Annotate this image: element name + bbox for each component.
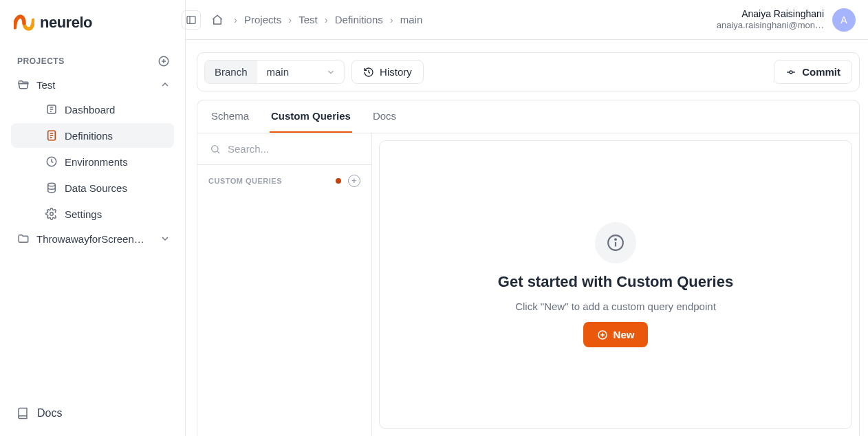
project-item-throwaway[interactable]: ThrowawayforScreen… bbox=[0, 227, 185, 250]
tabstrip: Schema Custom Queries Docs bbox=[197, 100, 859, 133]
project-name: Test bbox=[36, 79, 56, 91]
docs-link[interactable]: Docs bbox=[0, 397, 185, 429]
empty-subtitle: Click "New" to add a custom query endpoi… bbox=[515, 301, 716, 312]
dashboard-icon bbox=[45, 103, 58, 116]
status-dot-icon bbox=[336, 178, 341, 184]
breadcrumb-definitions[interactable]: Definitions bbox=[335, 14, 383, 25]
chevron-down-icon bbox=[326, 67, 336, 77]
nav-label: Settings bbox=[65, 208, 102, 220]
new-query-button[interactable]: New bbox=[583, 322, 649, 347]
chevron-right-icon: › bbox=[390, 14, 393, 25]
commit-button[interactable]: Commit bbox=[774, 60, 852, 84]
nav-settings[interactable]: Settings bbox=[11, 201, 174, 226]
home-button[interactable] bbox=[209, 12, 226, 28]
custom-queries-label: CUSTOM QUERIES bbox=[208, 177, 282, 185]
branch-select: Branch main bbox=[204, 60, 345, 84]
nav-label: Data Sources bbox=[65, 182, 127, 194]
history-label: History bbox=[380, 66, 412, 78]
book-icon bbox=[17, 407, 29, 419]
tab-docs[interactable]: Docs bbox=[371, 100, 398, 133]
branch-bar: Branch main History Commit bbox=[197, 52, 860, 91]
user-email: anaiya.raisinghani@mon… bbox=[717, 20, 824, 31]
avatar-initial: A bbox=[840, 14, 847, 25]
projects-label: PROJECTS bbox=[17, 56, 65, 66]
search-icon bbox=[210, 144, 221, 155]
custom-queries-header: CUSTOM QUERIES + bbox=[197, 165, 371, 197]
commit-icon bbox=[785, 67, 796, 78]
breadcrumb-projects[interactable]: Projects bbox=[244, 14, 281, 25]
panel-toggle-button[interactable] bbox=[182, 10, 201, 30]
project-name: ThrowawayforScreen… bbox=[36, 233, 144, 245]
nav-label: Definitions bbox=[65, 130, 113, 142]
breadcrumb-main[interactable]: main bbox=[400, 14, 423, 25]
brand-name: neurelo bbox=[40, 14, 92, 32]
logo-icon bbox=[14, 14, 34, 31]
folder-open-icon bbox=[17, 78, 30, 91]
sidebar: neurelo PROJECTS Test Dashboard bbox=[0, 0, 186, 436]
queries-sidebar: CUSTOM QUERIES + bbox=[197, 133, 372, 436]
user-info: Anaiya Raisinghani anaiya.raisinghani@mo… bbox=[717, 8, 824, 30]
settings-icon bbox=[45, 208, 58, 220]
user-name: Anaiya Raisinghani bbox=[717, 8, 824, 20]
nav-definitions[interactable]: Definitions bbox=[11, 123, 174, 148]
environments-icon bbox=[45, 155, 58, 168]
branch-label: Branch bbox=[205, 61, 257, 83]
chevron-right-icon: › bbox=[288, 14, 292, 25]
breadcrumb: › Projects › Test › Definitions › main bbox=[234, 14, 422, 25]
svg-point-17 bbox=[615, 239, 616, 240]
svg-point-10 bbox=[790, 71, 792, 74]
empty-title: Get started with Custom Queries bbox=[498, 273, 733, 291]
branch-value-text: main bbox=[267, 66, 290, 78]
avatar[interactable]: A bbox=[832, 8, 856, 32]
definitions-icon bbox=[45, 129, 58, 142]
info-icon bbox=[595, 222, 636, 263]
project-item-test[interactable]: Test bbox=[0, 73, 185, 96]
workarea: CUSTOM QUERIES + Get started with Custom… bbox=[197, 133, 859, 436]
chevron-down-icon bbox=[159, 232, 171, 245]
plus-circle-icon bbox=[597, 329, 608, 340]
svg-point-6 bbox=[48, 183, 56, 186]
projects-section-header: PROJECTS bbox=[0, 47, 185, 73]
branch-dropdown[interactable]: main bbox=[257, 61, 345, 83]
chevron-right-icon: › bbox=[325, 14, 328, 25]
svg-point-7 bbox=[50, 212, 54, 216]
svg-point-13 bbox=[212, 145, 218, 151]
topbar: › Projects › Test › Definitions › main A… bbox=[186, 0, 868, 40]
docs-label: Docs bbox=[37, 407, 62, 419]
commit-label: Commit bbox=[802, 66, 840, 78]
tab-custom-queries[interactable]: Custom Queries bbox=[270, 100, 352, 133]
history-button[interactable]: History bbox=[351, 60, 424, 84]
main: › Projects › Test › Definitions › main A… bbox=[186, 0, 868, 436]
breadcrumb-test[interactable]: Test bbox=[299, 14, 318, 25]
datasources-icon bbox=[45, 182, 58, 194]
new-label: New bbox=[614, 329, 635, 340]
content-shell: Schema Custom Queries Docs CUSTOM QUERIE… bbox=[197, 100, 860, 436]
empty-state: Get started with Custom Queries Click "N… bbox=[379, 140, 852, 429]
tab-schema[interactable]: Schema bbox=[210, 100, 250, 133]
search-input[interactable] bbox=[228, 143, 359, 155]
chevron-right-icon: › bbox=[234, 14, 237, 25]
folder-icon bbox=[17, 232, 30, 245]
nav-environments[interactable]: Environments bbox=[11, 149, 174, 174]
brand-logo[interactable]: neurelo bbox=[0, 7, 185, 47]
add-query-button[interactable]: + bbox=[348, 175, 360, 187]
nav-label: Dashboard bbox=[65, 104, 115, 116]
svg-rect-8 bbox=[187, 16, 195, 23]
svg-line-14 bbox=[217, 151, 219, 153]
nav-dashboard[interactable]: Dashboard bbox=[11, 97, 174, 122]
history-icon bbox=[363, 67, 374, 78]
nav-datasources[interactable]: Data Sources bbox=[11, 175, 174, 200]
search-box bbox=[197, 133, 371, 165]
chevron-up-icon bbox=[159, 78, 171, 91]
add-project-button[interactable] bbox=[156, 54, 171, 69]
canvas-area: Get started with Custom Queries Click "N… bbox=[372, 133, 859, 436]
nav-label: Environments bbox=[65, 156, 128, 168]
